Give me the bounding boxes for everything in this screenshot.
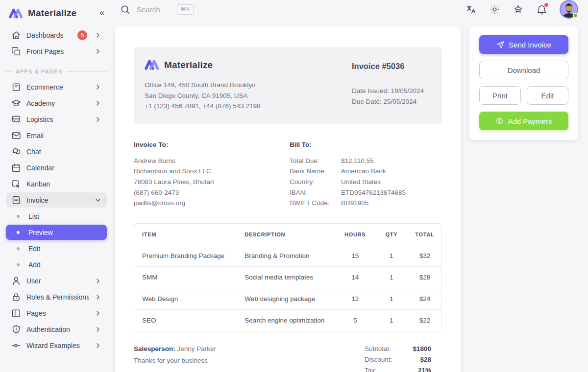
sidebar-item-invoice-preview[interactable]: Preview: [6, 225, 107, 240]
subtotal-row: Subtotal:$1800: [365, 345, 431, 352]
chevron-right-icon: [94, 293, 102, 301]
tax-row: Tax:21%: [365, 367, 431, 372]
user-avatar[interactable]: [560, 0, 578, 19]
sidebar-item-invoice-list[interactable]: List: [6, 209, 107, 224]
light-mode-sun-icon[interactable]: [489, 4, 500, 15]
chevron-right-icon: [94, 277, 102, 285]
shield-icon: [11, 324, 22, 335]
sidebar-collapse-icon[interactable]: [98, 9, 106, 17]
sidebar-item-label: Ecommerce: [26, 83, 89, 91]
invoice-to-block: Invoice To: Andrew Burns Richardson and …: [134, 141, 290, 209]
sidebar-item-pages[interactable]: Pages: [6, 305, 107, 321]
avatar-image: [560, 0, 578, 19]
sidebar-item-authentication[interactable]: Authentication: [6, 322, 107, 337]
home-icon: [11, 30, 22, 41]
bill-to-block: Bill To: Total Due:$12,110.55 Bank Name:…: [290, 141, 406, 209]
user-icon: [11, 276, 22, 286]
sidebar-item-label: List: [28, 212, 102, 220]
chevron-right-icon: [94, 309, 102, 317]
sidebar-item-front-pages[interactable]: Front Pages: [6, 44, 107, 59]
kanban-icon: [11, 179, 22, 189]
col-description: DESCRIPTION: [245, 224, 335, 245]
salesperson-block: Salesperson: Jenny Parker Thanks for you…: [134, 345, 216, 372]
sidebar-item-roles-permissions[interactable]: Roles & Permissions: [6, 289, 107, 304]
download-button[interactable]: Download: [479, 61, 568, 79]
sidebar-item-label: Logistics: [26, 116, 89, 123]
language-icon[interactable]: [466, 4, 477, 15]
dollar-circle-icon: [495, 117, 504, 125]
search-bar[interactable]: ⌘K: [120, 4, 194, 15]
sidebar-item-dashboards[interactable]: Dashboards 5: [6, 27, 107, 43]
wizard-icon: [11, 340, 22, 351]
table-row: SEOSearch engine optimization 51$22: [134, 309, 441, 331]
table-row: Web DesignWeb designing package 121$24: [134, 288, 441, 309]
sidebar-item-invoice[interactable]: Invoice: [6, 192, 107, 208]
customer-company: Richardson and Sons LLC: [134, 166, 290, 177]
search-shortcut: ⌘K: [177, 4, 194, 15]
sidebar: Materialize Dashboards 5 Front Pages APP…: [0, 0, 113, 372]
lock-icon: [11, 292, 22, 302]
bullet-dot-icon: [13, 247, 24, 250]
topbar: ⌘K: [113, 0, 588, 19]
sidebar-item-label: Email: [26, 132, 102, 140]
customer-name: Andrew Burns: [134, 156, 290, 166]
sidebar-item-email[interactable]: Email: [6, 128, 107, 143]
table-row: Premium Branding PackageBranding & Promo…: [134, 245, 441, 266]
sidebar-item-label: Preview: [28, 229, 102, 236]
chevron-right-icon: [94, 116, 102, 123]
search-input[interactable]: [137, 5, 171, 14]
send-icon: [496, 41, 505, 49]
sidebar-item-academy[interactable]: Academy: [6, 95, 107, 111]
sidebar-item-kanban[interactable]: Kanban: [6, 176, 107, 191]
shopping-bag-icon: [11, 82, 22, 93]
sidebar-item-label: Edit: [28, 245, 102, 253]
discount-row: Discount:$28: [365, 356, 431, 363]
col-total: TOTAL: [408, 224, 441, 245]
send-invoice-button[interactable]: Send Invoice: [479, 35, 568, 54]
invoice-items-table: ITEM DESCRIPTION HOURS QTY TOTAL Premium…: [134, 223, 442, 331]
sidebar-item-calendar[interactable]: Calendar: [6, 160, 107, 175]
col-hours: HOURS: [336, 224, 375, 245]
invoice-actions-panel: Send Invoice Download Print Edit Add Pay…: [469, 26, 578, 140]
sidebar-item-user[interactable]: User: [6, 273, 107, 288]
chevron-right-icon: [94, 31, 102, 39]
customer-email: pwillis@cross.org: [134, 198, 290, 209]
pages-copy-icon: [11, 46, 22, 57]
sidebar-item-label: Roles & Permissions: [26, 293, 89, 301]
company-phone: +1 (123) 456 7891, +44 (876) 543 2198: [145, 101, 260, 112]
sidebar-item-chat[interactable]: Chat: [6, 144, 107, 159]
truck-icon: [11, 114, 22, 125]
invoice-brand-logo-icon: [145, 59, 159, 71]
sidebar-item-label: Invoice: [26, 196, 89, 204]
invoice-file-icon: [11, 195, 22, 206]
sidebar-item-logistics[interactable]: Logistics: [6, 112, 107, 127]
star-shortcuts-icon[interactable]: [513, 4, 524, 15]
sidebar-item-invoice-add[interactable]: Add: [6, 257, 107, 272]
sidebar-item-invoice-edit[interactable]: Edit: [6, 241, 107, 256]
sidebar-item-label: Pages: [26, 309, 89, 317]
brand-logo-icon: [9, 7, 23, 20]
bullet-dot-icon: [13, 231, 24, 234]
due-date: Due Date: 25/05/2024: [352, 96, 431, 107]
sidebar-item-ecommerce[interactable]: Ecommerce: [6, 79, 107, 94]
salesperson-label: Salesperson:: [134, 345, 175, 352]
bank-row: Country:United States: [290, 177, 406, 187]
bank-row: IBAN:ETD95476213874685: [290, 187, 406, 198]
sidebar-item-label: Front Pages: [26, 47, 89, 55]
edit-button[interactable]: Edit: [527, 86, 568, 105]
calendar-icon: [11, 163, 22, 173]
bill-to-heading: Bill To:: [290, 141, 406, 148]
invoice-number: Invoice #5036: [352, 62, 431, 71]
add-payment-button[interactable]: Add Payment: [479, 112, 568, 130]
sidebar-item-wizard-examples[interactable]: Wizard Examples: [6, 338, 107, 353]
invoice-header: Materialize Office 149, 450 South Brand …: [134, 47, 442, 124]
totals-block: Subtotal:$1800 Discount:$28 Tax:21% Tota…: [365, 345, 431, 372]
thanks-note: Thanks for your business: [134, 357, 216, 364]
brand-name: Materialize: [28, 8, 93, 19]
chevron-right-icon: [94, 99, 102, 107]
sidebar-item-label: Chat: [26, 148, 102, 156]
print-button[interactable]: Print: [479, 86, 521, 105]
notifications-button[interactable]: [536, 4, 547, 15]
table-header-row: ITEM DESCRIPTION HOURS QTY TOTAL: [134, 224, 441, 245]
layout-icon: [11, 308, 22, 319]
